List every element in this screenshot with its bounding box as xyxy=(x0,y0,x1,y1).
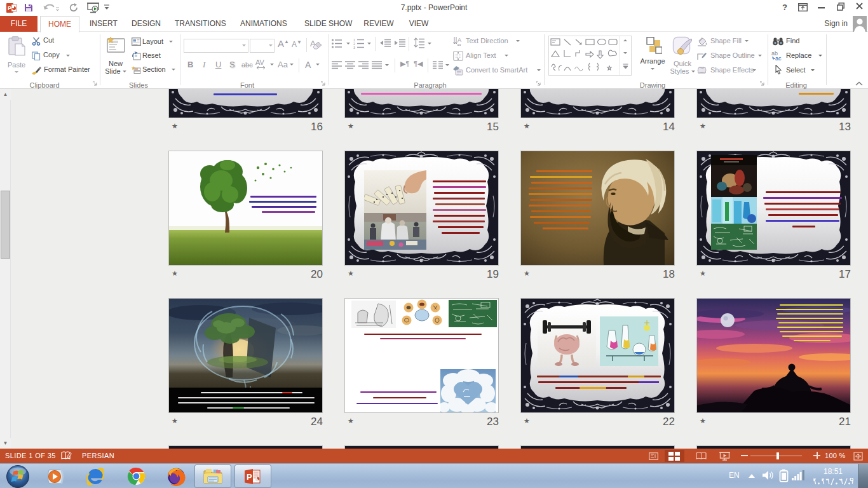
svg-text:P: P xyxy=(8,5,11,11)
svg-text:ac: ac xyxy=(775,55,782,61)
svg-text:P: P xyxy=(247,472,252,482)
svg-text:A: A xyxy=(458,37,461,43)
svg-text:3: 3 xyxy=(353,46,355,50)
